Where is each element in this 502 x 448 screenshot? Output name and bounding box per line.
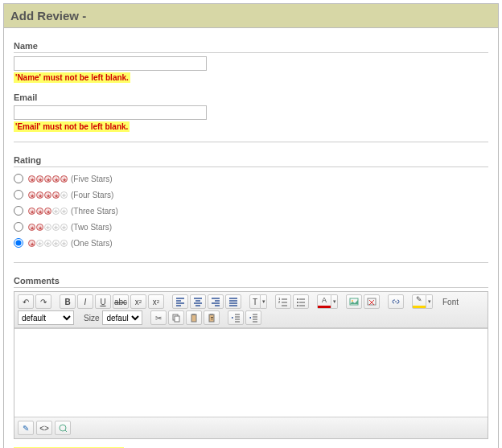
font-label: Font	[441, 298, 460, 306]
comments-label: Comments	[14, 271, 488, 288]
star-empty-icon	[52, 224, 60, 231]
star-icons	[28, 191, 68, 199]
panel-body: Name 'Name' must not be left blank. Emai…	[4, 28, 498, 448]
underline-icon[interactable]: U	[95, 294, 111, 309]
unordered-list-icon[interactable]	[293, 294, 309, 309]
highlight-color-menu-icon[interactable]: ▾	[426, 294, 433, 309]
indent-icon[interactable]	[245, 310, 261, 325]
star-empty-icon	[36, 240, 43, 247]
rating-option[interactable]: (Four Stars)	[14, 190, 488, 199]
clear-format-icon[interactable]: T	[249, 294, 261, 309]
text-color-menu-icon[interactable]: ▾	[331, 294, 338, 309]
rich-text-editor: ↶ ↷ B I U abc x2 x2 T▾ 12 A▾	[14, 291, 488, 439]
star-filled-icon	[28, 191, 35, 199]
editor-toolbar: ↶ ↷ B I U abc x2 x2 T▾ 12 A▾	[14, 292, 488, 328]
ordered-list-icon[interactable]: 12	[275, 294, 291, 309]
align-left-icon[interactable]	[172, 294, 188, 309]
text-color-icon[interactable]: A	[317, 294, 331, 309]
rating-option-label: (One Stars)	[71, 239, 113, 248]
star-empty-icon	[60, 208, 68, 215]
rating-options: (Five Stars)(Four Stars)(Three Stars)(Tw…	[14, 174, 488, 248]
email-error: 'Email' must not be left blank.	[14, 121, 130, 132]
undo-icon[interactable]: ↶	[18, 294, 34, 309]
copy-icon[interactable]	[168, 310, 184, 325]
star-filled-icon	[28, 224, 35, 231]
star-empty-icon	[60, 240, 68, 247]
size-select[interactable]: default	[102, 310, 142, 325]
paste-text-icon[interactable]: T	[204, 310, 220, 325]
star-filled-icon	[36, 208, 43, 215]
svg-point-15	[60, 425, 66, 431]
email-label: Email	[14, 88, 488, 104]
star-empty-icon	[60, 224, 68, 231]
outdent-icon[interactable]	[228, 310, 244, 325]
remove-image-icon[interactable]	[364, 294, 380, 309]
svg-point-3	[297, 302, 298, 303]
rating-radio[interactable]	[14, 222, 23, 232]
name-error: 'Name' must not be left blank.	[14, 72, 130, 83]
subscript-icon[interactable]: x2	[130, 294, 146, 309]
bold-icon[interactable]: B	[60, 294, 76, 309]
star-icons	[28, 175, 68, 183]
rating-option-label: (Four Stars)	[71, 191, 113, 199]
italic-icon[interactable]: I	[77, 294, 93, 309]
rating-option[interactable]: (Three Stars)	[14, 206, 488, 216]
name-input[interactable]	[14, 56, 207, 71]
insert-image-icon[interactable]	[346, 294, 362, 309]
svg-text:T: T	[211, 316, 213, 321]
cut-icon[interactable]: ✂	[150, 310, 167, 325]
star-icons	[28, 224, 68, 231]
font-select[interactable]: default	[18, 310, 74, 325]
star-empty-icon	[52, 208, 60, 215]
rating-radio[interactable]	[14, 206, 23, 216]
link-icon[interactable]	[388, 294, 404, 309]
align-center-icon[interactable]	[190, 294, 206, 309]
svg-point-2	[297, 298, 298, 300]
rating-option-label: (Three Stars)	[71, 207, 118, 216]
rating-radio[interactable]	[14, 190, 23, 199]
align-justify-icon[interactable]	[225, 294, 241, 309]
comments-textarea[interactable]	[14, 328, 488, 417]
star-filled-icon	[28, 208, 35, 215]
superscript-icon[interactable]: x2	[148, 294, 164, 309]
rating-option-label: (Five Stars)	[71, 175, 113, 183]
star-filled-icon	[36, 224, 43, 231]
name-label: Name	[14, 36, 488, 53]
svg-text:2: 2	[278, 300, 281, 304]
panel-title: Add Review -	[4, 4, 498, 28]
align-right-icon[interactable]	[208, 294, 224, 309]
svg-rect-9	[175, 316, 179, 322]
star-empty-icon	[60, 191, 68, 199]
svg-rect-13	[210, 314, 213, 315]
star-filled-icon	[44, 175, 51, 183]
html-mode-icon[interactable]: <>	[36, 421, 52, 435]
star-empty-icon	[44, 224, 51, 231]
redo-icon[interactable]: ↷	[35, 294, 51, 309]
clear-format-menu-icon[interactable]: ▾	[261, 294, 267, 309]
preview-mode-icon[interactable]	[55, 421, 71, 435]
size-label: Size	[82, 314, 101, 323]
star-filled-icon	[60, 175, 68, 183]
highlight-color-icon[interactable]: ✎	[412, 294, 426, 309]
rating-option[interactable]: (One Stars)	[14, 238, 488, 248]
rating-option-label: (Two Stars)	[71, 223, 112, 232]
paste-icon[interactable]	[186, 310, 202, 325]
rating-option[interactable]: (Two Stars)	[14, 222, 488, 232]
strike-icon[interactable]: abc	[113, 294, 129, 309]
add-review-panel: Add Review - Name 'Name' must not be lef…	[3, 3, 499, 448]
rating-label: Rating	[14, 150, 488, 167]
email-input[interactable]	[14, 105, 207, 120]
design-mode-icon[interactable]: ✎	[18, 421, 34, 435]
svg-point-6	[352, 300, 353, 302]
rating-radio[interactable]	[14, 174, 23, 183]
svg-point-4	[297, 305, 298, 306]
star-filled-icon	[36, 191, 43, 199]
star-icons	[28, 208, 68, 215]
separator	[14, 262, 488, 263]
star-empty-icon	[44, 240, 51, 247]
star-filled-icon	[44, 191, 51, 199]
rating-option[interactable]: (Five Stars)	[14, 174, 488, 183]
rating-radio[interactable]	[14, 238, 23, 248]
star-filled-icon	[36, 175, 43, 183]
star-filled-icon	[52, 191, 60, 199]
